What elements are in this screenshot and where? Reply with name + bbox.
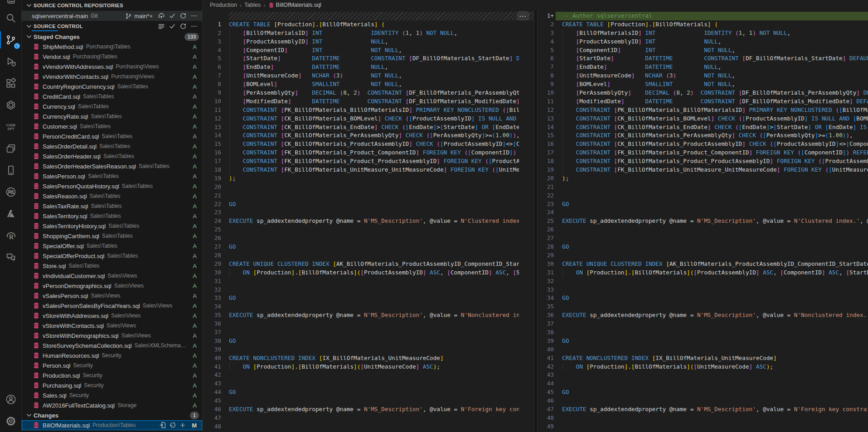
breadcrumb[interactable]: Production › Tables › BillOfMaterials.sq… xyxy=(203,0,868,10)
scm-file-row[interactable]: PersonCreditCard.sqlSales\TablesA xyxy=(22,131,202,141)
code-line[interactable]: 9 [BOMLevel] SMALLINT NOT NULL, xyxy=(538,80,868,89)
code-line[interactable]: 29 xyxy=(538,251,868,260)
code-line[interactable]: 44GO xyxy=(203,388,534,397)
diff-original-pane[interactable]: 1CREATE TABLE [Production].[BillOfMateri… xyxy=(203,10,534,432)
code-line[interactable]: 43 xyxy=(538,371,868,379)
code-line[interactable]: 39 xyxy=(203,346,534,354)
scm-file-row[interactable]: SalesOrderDetail.sqlSales\TablesA xyxy=(22,141,202,151)
code-line[interactable]: 46 xyxy=(538,397,868,405)
scm-file-row[interactable]: SalesTerritoryHistory.sqlSales\TablesA xyxy=(22,221,202,231)
code-line[interactable]: 25 xyxy=(203,226,534,234)
activity-comments-icon[interactable] xyxy=(0,246,21,268)
code-line[interactable]: 15 CONSTRAINT [CK_BillOfMaterials_PerAss… xyxy=(538,131,868,140)
activity-search-icon[interactable] xyxy=(0,7,21,29)
code-line[interactable]: 34GO xyxy=(538,294,868,302)
code-line[interactable]: 24 xyxy=(538,208,868,217)
code-line[interactable]: 3 [BillOfMaterialsID] INT IDENTITY (1, 1… xyxy=(538,29,868,38)
open-file-icon[interactable] xyxy=(158,420,167,430)
scm-file-row[interactable]: vStoreWithAddresses.sqlSales\ViewsA xyxy=(22,311,202,321)
code-line[interactable]: 26 xyxy=(538,226,868,234)
scm-file-row[interactable]: SalesReason.sqlSales\TablesA xyxy=(22,191,202,201)
code-line[interactable]: 11 [ModifiedDate] DATETIME CONSTRAINT [D… xyxy=(538,97,868,106)
code-line[interactable]: 12 CONSTRAINT [CK_BillOfMaterials_BOMLev… xyxy=(203,115,534,123)
repository-row[interactable]: sqlservercentral-main Git main*+ xyxy=(22,11,202,21)
activity-mobile-icon[interactable] xyxy=(0,159,21,181)
code-line[interactable]: 40 xyxy=(538,346,868,354)
code-line[interactable]: 22GO xyxy=(203,200,534,209)
code-line[interactable]: 41 ON [Production].[BillOfMaterials]([Un… xyxy=(203,363,534,371)
check-icon[interactable] xyxy=(167,11,177,21)
code-line[interactable]: 47EXECUTE sp_addextendedproperty @name =… xyxy=(538,405,868,414)
code-line[interactable]: 18 CONSTRAINT [FK_BillOfMaterials_UnitMe… xyxy=(203,166,534,174)
staged-changes-header[interactable]: Staged Changes 133 xyxy=(22,32,202,42)
scm-file-row[interactable]: HumanResources.sqlSecurityA xyxy=(22,350,202,360)
scm-file-row[interactable]: Production.sqlSecurityA xyxy=(22,370,202,380)
code-line[interactable]: 21 xyxy=(203,192,534,200)
code-line[interactable]: 37 xyxy=(203,328,534,337)
scm-file-row[interactable]: vSalesPersonSalesByFiscalYears.sqlSales\… xyxy=(22,301,202,311)
code-line[interactable]: 33GO xyxy=(203,294,534,302)
activity-settings-gear-icon[interactable] xyxy=(0,410,22,432)
breadcrumb-item-folder[interactable]: Tables xyxy=(244,2,261,8)
activity-files-partial-icon[interactable] xyxy=(0,0,21,7)
code-line[interactable]: 35EXECUTE sp_addextendedproperty @name =… xyxy=(203,311,534,320)
code-line[interactable]: 21 xyxy=(538,183,868,192)
code-line[interactable]: 19); xyxy=(203,174,534,183)
code-line[interactable]: 22 xyxy=(538,192,868,200)
code-line[interactable]: 42 ON [Production].[BillOfMaterials]([Un… xyxy=(538,363,868,371)
code-line[interactable]: 2 [BillOfMaterialsID] INT IDENTITY (1, 1… xyxy=(203,29,534,38)
code-line[interactable]: 7 [EndDate] DATETIME NULL, xyxy=(538,63,868,72)
code-line[interactable]: 46EXECUTE sp_addextendedproperty @name =… xyxy=(203,405,534,414)
scm-file-row[interactable]: CurrencyRate.sqlSales\TablesA xyxy=(22,111,202,121)
scm-file-row[interactable]: SalesTaxRate.sqlSales\TablesA xyxy=(22,201,202,211)
code-line[interactable]: 8 [BOMLevel] SMALLINT NOT NULL, xyxy=(203,80,534,89)
code-line[interactable]: 31 ON [Production].[BillOfMaterials]([Pr… xyxy=(538,269,868,277)
code-line[interactable]: 27 xyxy=(538,234,868,243)
code-line[interactable]: 23GO xyxy=(538,200,868,209)
discard-icon[interactable] xyxy=(168,420,177,430)
code-line[interactable]: 23 xyxy=(203,208,534,217)
code-line[interactable]: 14 CONSTRAINT [CK_BillOfMaterials_EndDat… xyxy=(538,123,868,132)
breadcrumb-item-schema[interactable]: Production xyxy=(210,2,237,8)
scm-file-row[interactable]: SalesOrderHeader.sqlSales\TablesA xyxy=(22,151,202,161)
code-line[interactable]: 30CREATE UNIQUE CLUSTERED INDEX [AK_Bill… xyxy=(538,260,868,269)
code-line[interactable]: 38 xyxy=(538,328,868,337)
code-line[interactable]: 10 [PerAssemblyQty] DECIMAL (8, 2) CONST… xyxy=(538,89,868,97)
code-line[interactable]: 1+-- Author sqlservercentral xyxy=(538,12,868,20)
scm-file-row[interactable]: CountryRegionCurrency.sqlSales\TablesA xyxy=(22,82,202,91)
code-line[interactable]: 19 CONSTRAINT [FK_BillOfMaterials_UnitMe… xyxy=(538,166,868,174)
code-line[interactable]: 11 CONSTRAINT [PK_BillOfMaterials_BillOf… xyxy=(203,106,534,115)
code-line[interactable]: 28 xyxy=(203,251,534,260)
chevron-down-icon[interactable] xyxy=(25,412,33,419)
scm-file-row[interactable]: SpecialOfferProduct.sqlSales\TablesA xyxy=(22,251,202,261)
code-line[interactable]: 43 xyxy=(203,379,534,388)
code-line[interactable]: 15 CONSTRAINT [CK_BillOfMaterials_Produc… xyxy=(203,140,534,149)
chevron-down-icon[interactable] xyxy=(25,2,33,9)
scm-file-row[interactable]: StoreSurveySchemaCollection.sqlSales\XML… xyxy=(22,341,202,350)
code-line[interactable]: 13 CONSTRAINT [CK_BillOfMaterials_EndDat… xyxy=(203,123,534,132)
code-line[interactable]: 47 xyxy=(203,414,534,422)
activity-openai-icon[interactable] xyxy=(0,94,21,116)
editor-more-actions-button[interactable]: ··· xyxy=(517,11,529,20)
scm-file-row[interactable]: SpecialOffer.sqlSales\TablesA xyxy=(22,241,202,251)
code-line[interactable]: 20 xyxy=(203,183,534,192)
scm-file-row[interactable]: ShipMethod.sqlPurchasing\TablesA xyxy=(22,42,202,52)
activity-account-icon[interactable] xyxy=(0,389,22,410)
scm-file-row[interactable]: AW2016FullTextCatalog.sqlStorageA xyxy=(22,400,202,410)
activity-extensions-icon[interactable] xyxy=(0,72,21,94)
breadcrumb-item-file[interactable]: BillOfMaterials.sql xyxy=(268,2,321,8)
code-line[interactable]: 38GO xyxy=(203,337,534,346)
code-line[interactable]: 39GO xyxy=(538,337,868,346)
scm-file-row[interactable]: CreditCard.sqlSales\TablesA xyxy=(22,91,202,101)
code-line[interactable]: 4 [ComponentID] INT NOT NULL, xyxy=(203,46,534,55)
chevron-down-icon[interactable] xyxy=(25,33,33,40)
code-line[interactable]: 13 CONSTRAINT [CK_BillOfMaterials_BOMLev… xyxy=(538,115,868,123)
code-line[interactable]: 8 [UnitMeasureCode] NCHAR (3) NOT NULL, xyxy=(538,72,868,80)
code-line[interactable]: 42 xyxy=(203,371,534,379)
code-line[interactable]: 48 xyxy=(203,422,534,431)
diff-pane-splitter[interactable] xyxy=(534,10,538,432)
code-line[interactable]: 27GO xyxy=(203,243,534,251)
list-filter-icon[interactable] xyxy=(156,21,166,31)
code-line[interactable]: 4 [ProductAssemblyID] INT NULL, xyxy=(538,38,868,46)
code-line[interactable]: 33 xyxy=(538,286,868,294)
